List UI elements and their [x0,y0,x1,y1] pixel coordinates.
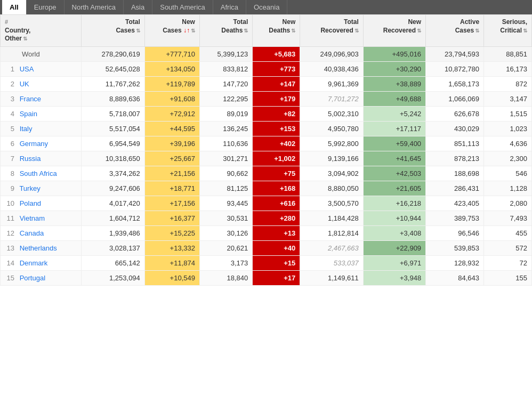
table-row: 10 Poland 4,017,420 +17,156 93,445 +616 … [1,196,532,211]
col-header-serious[interactable]: Serious,Critical⇅ [484,15,532,47]
row-active-cases: 430,029 [426,121,484,136]
table-row: 2 UK 11,767,262 +119,789 147,720 +147 9,… [1,76,532,91]
row-rank-country: 12 Canada [1,225,82,240]
table-row: 5 Italy 5,517,054 +44,595 136,245 +153 4… [1,121,532,136]
world-row: World 278,290,619 +777,710 5,399,123 +5,… [1,46,532,61]
tab-asia[interactable]: Asia [124,0,152,14]
country-link[interactable]: Canada [20,229,44,237]
tab-europe[interactable]: Europe [27,0,65,14]
row-total-recovered: 7,701,272 [300,91,364,106]
country-link[interactable]: France [20,95,41,103]
row-total-deaths: 93,445 [199,196,252,211]
row-total-recovered: 5,002,310 [300,106,364,121]
col-header-total-cases[interactable]: TotalCases⇅ [82,15,145,47]
row-rank-country: 8 South Africa [1,166,82,181]
country-link[interactable]: Poland [20,199,41,207]
row-active-cases: 851,113 [426,136,484,151]
table-row: 9 Turkey 9,247,606 +18,771 81,125 +168 8… [1,181,532,196]
table-row: 1 USA 52,645,028 +134,050 833,812 +773 4… [1,61,532,76]
row-new-deaths: +13 [253,225,300,240]
country-link[interactable]: Russia [20,155,41,163]
country-link[interactable]: Vietnam [20,214,45,222]
row-new-cases: +91,608 [144,91,199,106]
tab-north-america[interactable]: North America [65,0,124,14]
row-rank-country: 2 UK [1,76,82,91]
country-link[interactable]: South Africa [20,169,57,177]
row-new-deaths: +1,002 [253,151,300,166]
table-row: 14 Denmark 665,142 +11,874 3,173 +15 533… [1,255,532,270]
col-header-total-recovered[interactable]: TotalRecovered⇅ [300,15,364,47]
row-serious: 7,493 [484,211,532,225]
row-rank-country: 11 Vietnam [1,211,82,225]
row-total-recovered: 3,094,902 [300,166,364,181]
row-new-cases: +15,225 [144,225,199,240]
country-link[interactable]: Denmark [20,259,48,267]
row-rank-country: 5 Italy [1,121,82,136]
row-total-cases: 3,028,137 [82,240,145,255]
table-row: 15 Portugal 1,253,094 +10,549 18,840 +17… [1,270,532,285]
row-new-cases: +44,595 [144,121,199,136]
country-link[interactable]: UK [20,80,29,88]
row-new-cases: +16,377 [144,211,199,225]
row-rank-country: 10 Poland [1,196,82,211]
row-total-deaths: 136,245 [199,121,252,136]
row-rank-country: 6 Germany [1,136,82,151]
row-active-cases: 84,643 [426,270,484,285]
row-total-deaths: 3,173 [199,255,252,270]
row-serious: 2,080 [484,196,532,211]
row-new-deaths: +402 [253,136,300,151]
row-new-recovered: +10,944 [363,211,425,225]
world-total-cases: 278,290,619 [82,46,145,61]
row-new-recovered: +5,242 [363,106,425,121]
row-total-cases: 3,374,262 [82,166,145,181]
row-new-recovered: +59,400 [363,136,425,151]
row-active-cases: 878,213 [426,151,484,166]
country-link[interactable]: Germany [20,140,48,148]
table-row: 7 Russia 10,318,650 +25,667 301,271 +1,0… [1,151,532,166]
tab-all[interactable]: All [2,0,27,14]
col-header-total-deaths[interactable]: TotalDeaths⇅ [199,15,252,47]
country-link[interactable]: Spain [20,110,37,118]
country-link[interactable]: Italy [20,125,33,133]
row-new-recovered: +49,688 [363,91,425,106]
tab-oceania[interactable]: Oceania [246,0,287,14]
row-active-cases: 1,658,173 [426,76,484,91]
row-total-cases: 1,939,486 [82,225,145,240]
row-total-deaths: 89,019 [199,106,252,121]
col-header-new-deaths[interactable]: NewDeaths⇅ [253,15,300,47]
row-total-deaths: 20,621 [199,240,252,255]
row-new-recovered: +30,290 [363,61,425,76]
col-header-active-cases[interactable]: ActiveCases⇅ [426,15,484,47]
row-new-recovered: +16,218 [363,196,425,211]
col-header-new-cases[interactable]: NewCases ↓↑⇅ [144,15,199,47]
table-row: 6 Germany 6,954,549 +39,196 110,636 +402… [1,136,532,151]
row-total-cases: 11,767,262 [82,76,145,91]
row-total-cases: 665,142 [82,255,145,270]
row-new-cases: +39,196 [144,136,199,151]
row-new-cases: +10,549 [144,270,199,285]
row-total-deaths: 30,531 [199,211,252,225]
tab-bar: AllEuropeNorth AmericaAsiaSouth AmericaA… [0,0,532,14]
row-new-deaths: +280 [253,211,300,225]
col-header-country: #Country,Other⇅ [1,15,82,47]
row-total-deaths: 833,812 [199,61,252,76]
row-new-recovered: +22,909 [363,240,425,255]
world-total-recovered: 249,096,903 [300,46,364,61]
country-link[interactable]: Portugal [20,274,45,282]
row-serious: 1,023 [484,121,532,136]
tab-africa[interactable]: Africa [213,0,246,14]
row-new-deaths: +153 [253,121,300,136]
country-link[interactable]: Turkey [19,184,40,192]
row-active-cases: 423,405 [426,196,484,211]
row-new-recovered: +3,408 [363,225,425,240]
row-new-deaths: +616 [253,196,300,211]
tab-south-america[interactable]: South America [152,0,213,14]
country-link[interactable]: Netherlands [20,244,57,252]
country-link[interactable]: USA [20,65,34,73]
table-row: 13 Netherlands 3,028,137 +13,332 20,621 … [1,240,532,255]
row-total-deaths: 18,840 [199,270,252,285]
row-rank-country: 13 Netherlands [1,240,82,255]
row-new-cases: +18,771 [144,181,199,196]
row-total-deaths: 81,125 [199,181,252,196]
col-header-new-recovered[interactable]: NewRecovered⇅ [363,15,425,47]
